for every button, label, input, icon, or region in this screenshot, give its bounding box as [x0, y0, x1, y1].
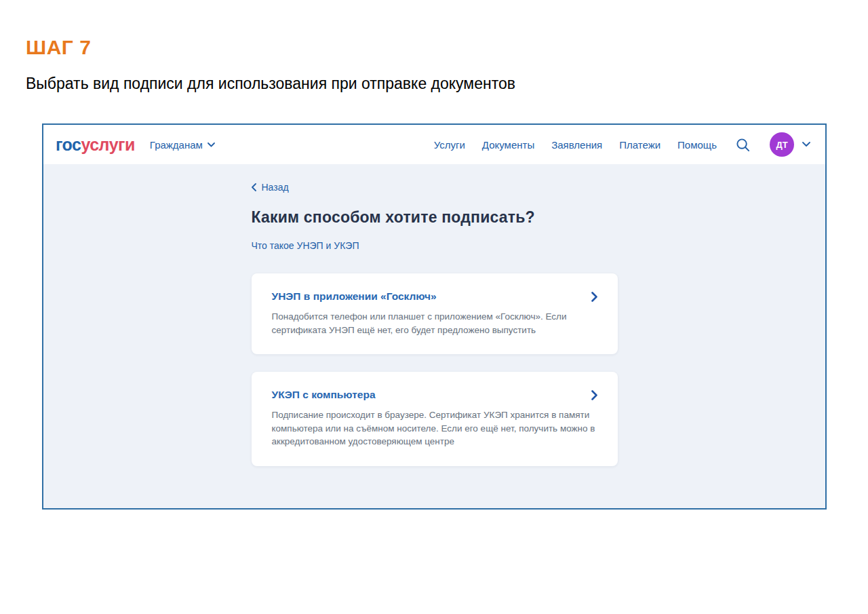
audience-menu[interactable]: Гражданам — [150, 139, 215, 151]
option-card-ukep[interactable]: УКЭП с компьютера Подписание происходит … — [252, 372, 618, 466]
slide-intro: ШАГ 7 Выбрать вид подписи для использова… — [26, 36, 515, 93]
avatar[interactable]: ДТ — [770, 132, 794, 157]
chevron-right-icon — [591, 390, 597, 400]
chevron-down-icon — [208, 142, 215, 147]
chevron-right-icon — [591, 292, 597, 302]
page-title: Каким способом хотите подписать? — [252, 208, 618, 227]
nav-item-applications[interactable]: Заявления — [551, 139, 602, 151]
card-description: Подписание происходит в браузере. Сертиф… — [272, 408, 596, 448]
nav-item-services[interactable]: Услуги — [434, 139, 465, 151]
avatar-initials: ДТ — [776, 140, 787, 150]
logo-part-blue: гос — [56, 135, 81, 154]
back-link-label: Назад — [262, 182, 289, 193]
site-screenshot-frame: госуслуги Гражданам Услуги Документы Зая… — [42, 123, 827, 510]
site-header: госуслуги Гражданам Услуги Документы Зая… — [43, 125, 825, 164]
card-title: УКЭП с компьютера — [272, 389, 376, 401]
nav-item-payments[interactable]: Платежи — [619, 139, 660, 151]
nav-item-help[interactable]: Помощь — [677, 139, 717, 151]
site-content: Назад Каким способом хотите подписать? Ч… — [43, 164, 825, 508]
info-link[interactable]: Что такое УНЭП и УКЭП — [252, 240, 359, 251]
step-label: ШАГ 7 — [26, 36, 515, 59]
card-head: УНЭП в приложении «Госключ» — [272, 290, 597, 303]
search-icon[interactable] — [735, 137, 751, 153]
step-description: Выбрать вид подписи для использования пр… — [26, 75, 515, 93]
card-description: Понадобится телефон или планшет с прилож… — [272, 310, 596, 337]
top-nav: Услуги Документы Заявления Платежи Помощ… — [434, 139, 717, 151]
audience-menu-label: Гражданам — [150, 139, 203, 151]
logo-part-red: услуги — [81, 135, 134, 154]
back-link[interactable]: Назад — [252, 182, 289, 193]
content-column: Назад Каким способом хотите подписать? Ч… — [252, 182, 618, 466]
card-head: УКЭП с компьютера — [272, 389, 597, 401]
gosuslugi-logo[interactable]: госуслуги — [56, 135, 135, 155]
chevron-left-icon — [252, 183, 256, 191]
profile-chevron-down-icon[interactable] — [802, 142, 810, 147]
option-card-unep[interactable]: УНЭП в приложении «Госключ» Понадобится … — [252, 273, 618, 354]
nav-item-documents[interactable]: Документы — [482, 139, 534, 151]
card-title: УНЭП в приложении «Госключ» — [272, 290, 437, 303]
